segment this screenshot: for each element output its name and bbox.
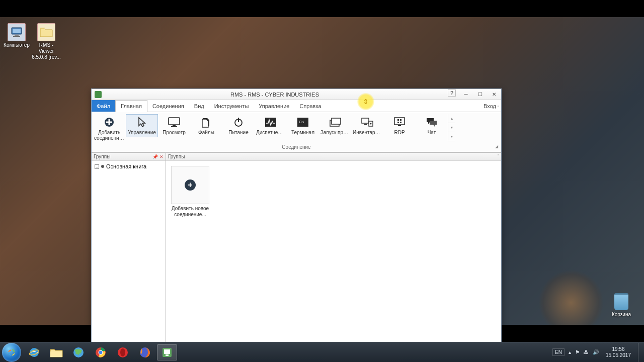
- tray-volume-icon[interactable]: 🔊: [593, 349, 599, 355]
- tab-view[interactable]: Вид: [189, 100, 209, 112]
- tool-view[interactable]: Просмотр: [158, 114, 190, 137]
- svg-text:C:\: C:\: [299, 120, 304, 124]
- start-button[interactable]: [2, 343, 21, 362]
- titlebar[interactable]: RMS - RMS - CYBER INDUSTRIES ? ─ ☐ ✕: [92, 89, 501, 100]
- desktop[interactable]: Компьютер RMS - Viewer 6.5.0.8 [rev... К…: [0, 17, 644, 325]
- maximize-button[interactable]: ☐: [473, 89, 487, 100]
- main-header: Группы ˄: [166, 153, 501, 161]
- taskbar-browser-globe[interactable]: [68, 344, 89, 360]
- svg-rect-24: [397, 122, 399, 123]
- ribbon: ˄ Добавить соединение... Управление Прос…: [92, 112, 501, 152]
- tool-rdp[interactable]: RDP: [383, 114, 416, 137]
- groups-tree[interactable]: – Основная книга: [92, 161, 166, 342]
- tool-add-connection[interactable]: Добавить соединение...: [93, 114, 126, 143]
- ribbon-scroll-more[interactable]: ▾: [448, 132, 455, 141]
- sidebar-close-icon[interactable]: ✕: [159, 154, 164, 159]
- system-tray: EN ▴ ⚑ 🖧 🔊 19:56 15.05.2017: [550, 343, 644, 362]
- sidebar-header: Группы 📌 ✕: [92, 153, 166, 161]
- inventory-icon: [360, 116, 374, 128]
- taskbar-rms-app[interactable]: [157, 344, 177, 360]
- ribbon-scroll-down[interactable]: ▾: [448, 123, 455, 132]
- menu-file[interactable]: Файл: [92, 100, 115, 112]
- run-icon: [328, 116, 342, 128]
- main-panel: Группы ˄ + Добавить новое соединение...: [166, 153, 501, 342]
- rms-viewer-window: RMS - RMS - CYBER INDUSTRIES ? ─ ☐ ✕ Фай…: [91, 88, 502, 342]
- minimize-button[interactable]: ─: [459, 89, 473, 100]
- svg-rect-40: [166, 354, 169, 356]
- tool-files[interactable]: Файлы: [190, 114, 222, 137]
- taskbar-chrome[interactable]: [91, 344, 111, 360]
- tray-show-hidden[interactable]: ▴: [569, 349, 571, 355]
- tab-help[interactable]: Справка: [294, 100, 326, 112]
- files-icon: [199, 116, 213, 128]
- tool-inventory[interactable]: Инвентариз...: [351, 114, 383, 137]
- tool-terminal[interactable]: C:\ Терминал: [287, 114, 319, 137]
- wallpaper-decoration: [538, 269, 604, 325]
- ribbon-group-label: Соединение ◢: [93, 143, 500, 152]
- tree-root-item[interactable]: – Основная книга: [94, 163, 164, 170]
- add-connection-tile[interactable]: + Добавить новое соединение...: [171, 166, 209, 217]
- cursor-icon: [135, 116, 149, 128]
- svg-rect-6: [106, 122, 112, 123]
- svg-rect-2: [15, 35, 19, 36]
- svg-rect-26: [398, 125, 401, 126]
- window-title: RMS - RMS - CYBER INDUSTRIES: [102, 92, 448, 98]
- tray-flag-icon[interactable]: ⚑: [575, 349, 580, 355]
- show-desktop-button[interactable]: [638, 343, 642, 362]
- svg-point-36: [120, 348, 125, 356]
- svg-rect-16: [332, 118, 341, 124]
- taskbar-ie[interactable]: [24, 344, 44, 360]
- ribbon-scroll: ▴ ▾ ▾: [448, 114, 455, 141]
- tab-manage[interactable]: Управление: [254, 100, 294, 112]
- plus-icon: +: [185, 179, 196, 191]
- ribbon-collapse[interactable]: ˄: [497, 105, 499, 110]
- pin-icon[interactable]: 📌: [152, 154, 158, 159]
- activity-icon: [264, 116, 278, 128]
- svg-rect-3: [13, 36, 20, 37]
- tool-control[interactable]: Управление: [126, 114, 158, 137]
- add-connection-thumb: +: [171, 166, 209, 204]
- main-collapse[interactable]: ˄: [497, 154, 499, 158]
- tree-toggle-icon[interactable]: –: [95, 164, 99, 169]
- recycle-bin[interactable]: Корзина: [606, 293, 636, 317]
- monitor-icon: [167, 116, 181, 128]
- tree-node-icon: [101, 165, 104, 168]
- svg-rect-25: [400, 122, 401, 123]
- app-icon: [95, 91, 102, 98]
- svg-rect-7: [169, 118, 180, 125]
- svg-point-20: [370, 123, 372, 125]
- rdp-icon: [392, 116, 407, 128]
- folder-icon: [37, 23, 55, 41]
- ribbon-group-expand[interactable]: ◢: [495, 144, 498, 149]
- desktop-icon-rms-viewer[interactable]: RMS - Viewer 6.5.0.8 [rev...: [31, 23, 61, 60]
- tab-connections[interactable]: Соединения: [147, 100, 189, 112]
- svg-rect-9: [171, 126, 177, 127]
- tab-tools[interactable]: Инструменты: [209, 100, 254, 112]
- tool-chat[interactable]: Чат: [416, 114, 448, 137]
- svg-rect-22: [397, 119, 399, 121]
- chat-icon: [425, 116, 439, 128]
- svg-rect-8: [173, 125, 176, 126]
- language-indicator[interactable]: EN: [552, 348, 565, 356]
- desktop-icon-computer[interactable]: Компьютер: [2, 23, 32, 48]
- taskbar-firefox[interactable]: [135, 344, 155, 360]
- tool-run[interactable]: Запуск про...: [319, 114, 351, 137]
- tool-power[interactable]: Питание: [222, 114, 255, 137]
- svg-rect-21: [394, 118, 405, 125]
- ribbon-scroll-up[interactable]: ▴: [448, 114, 455, 123]
- tool-taskmgr[interactable]: Диспетчер ...: [255, 114, 287, 137]
- connections-grid[interactable]: + Добавить новое соединение...: [166, 161, 501, 342]
- terminal-icon: C:\: [296, 116, 310, 128]
- tray-network-icon[interactable]: 🖧: [584, 349, 589, 355]
- menubar: Файл Главная Соединения Вид Инструменты …: [92, 100, 501, 112]
- help-button[interactable]: ?: [448, 89, 456, 97]
- taskbar-clock[interactable]: 19:56 15.05.2017: [603, 346, 634, 358]
- taskbar-explorer[interactable]: [46, 344, 66, 360]
- plus-circle-icon: [102, 116, 116, 128]
- close-button[interactable]: ✕: [487, 89, 501, 100]
- svg-rect-17: [362, 118, 369, 123]
- taskbar-opera[interactable]: [113, 344, 133, 360]
- svg-rect-11: [238, 118, 239, 122]
- svg-rect-18: [364, 124, 367, 125]
- tab-main[interactable]: Главная: [115, 100, 147, 112]
